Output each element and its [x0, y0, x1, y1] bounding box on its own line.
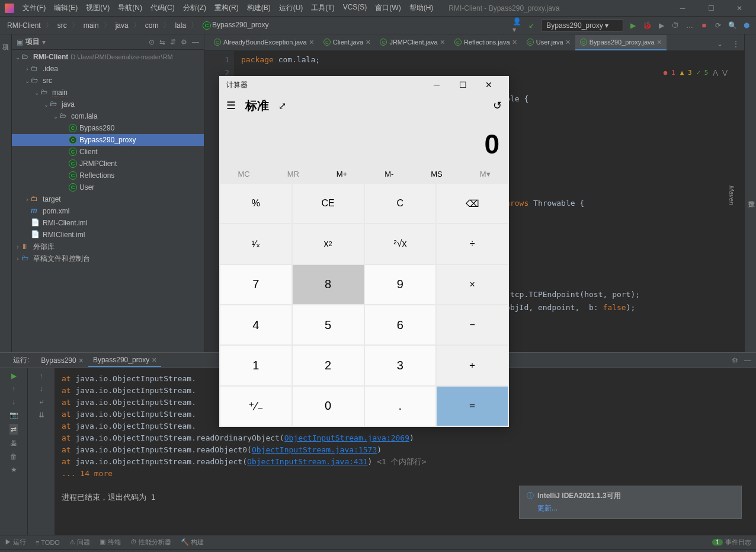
stop-icon[interactable]: ■: [699, 21, 709, 30]
run-settings-icon[interactable]: ⚙: [732, 356, 738, 365]
run-hide-icon[interactable]: —: [744, 356, 751, 365]
calc-key-÷[interactable]: ÷: [437, 224, 508, 263]
calc-key-×[interactable]: ×: [437, 265, 508, 304]
stack-up-icon[interactable]: ↑: [40, 372, 43, 380]
search-icon[interactable]: 🔍: [728, 21, 737, 30]
calc-key-＝[interactable]: ＝: [437, 387, 508, 426]
menu-item[interactable]: 构建(B): [244, 2, 274, 14]
tree-row[interactable]: ⌄🗁com.lala: [12, 110, 204, 122]
calc-key-−[interactable]: −: [437, 305, 508, 344]
menu-item[interactable]: 重构(R): [211, 2, 242, 14]
calc-key-%[interactable]: %: [220, 184, 291, 223]
profile-icon[interactable]: ⏱: [671, 21, 680, 30]
left-tool-stripe[interactable]: 项目: [0, 34, 12, 352]
calc-titlebar[interactable]: 计算器 ─ ☐ ✕: [219, 76, 509, 94]
debug-icon[interactable]: 🐞: [642, 21, 652, 30]
tree-row[interactable]: mpom.xml: [12, 205, 204, 217]
run-tab-bypass290[interactable]: Bypass290 ×: [36, 355, 88, 366]
update-link[interactable]: 更新...: [537, 504, 558, 512]
calc-key-7[interactable]: 7: [220, 265, 291, 304]
tree-row[interactable]: ›🗁草稿文件和控制台: [12, 253, 204, 264]
menu-item[interactable]: 运行(U): [276, 2, 307, 14]
select-opened-icon[interactable]: ⊙: [149, 38, 155, 46]
calc-mem-button[interactable]: MS: [431, 170, 443, 178]
calc-key-2[interactable]: 2: [293, 346, 364, 385]
tree-row[interactable]: CBypass290_proxy: [12, 134, 204, 146]
menu-item[interactable]: 工具(T): [307, 2, 338, 14]
breadcrumb-item[interactable]: CBypass290_proxy: [200, 20, 271, 31]
calc-key-C[interactable]: C: [365, 184, 436, 223]
calc-mem-button[interactable]: M+: [337, 170, 347, 178]
calc-key-CE[interactable]: CE: [293, 184, 364, 223]
editor-inspections[interactable]: ● 1 ▲ 3 ✓ 5 ⋀ ⋁: [664, 69, 728, 76]
right-tool-stripe[interactable]: 数据库 Maven: [744, 34, 756, 352]
calc-key-.[interactable]: .: [365, 387, 436, 426]
calc-key-x²[interactable]: x2: [293, 224, 364, 263]
calc-key-3[interactable]: 3: [365, 346, 436, 385]
maximize-button[interactable]: ☐: [699, 0, 723, 17]
collapse-all-icon[interactable]: ⇵: [170, 38, 176, 46]
breadcrumb-item[interactable]: com: [143, 20, 161, 31]
calc-key-4[interactable]: 4: [220, 305, 291, 344]
hide-icon[interactable]: —: [192, 38, 199, 46]
build-tool-button[interactable]: 🔨 构建: [181, 538, 204, 547]
run-tool-button[interactable]: ▶ 运行: [5, 538, 26, 547]
user-icon[interactable]: 👤▾: [512, 21, 522, 30]
favorite-icon[interactable]: ★: [11, 465, 17, 474]
run-icon[interactable]: ▶: [628, 21, 638, 30]
minimize-button[interactable]: ─: [671, 0, 694, 17]
calc-key-⌫[interactable]: ⌫: [437, 184, 508, 223]
breadcrumb-item[interactable]: lala: [172, 20, 188, 31]
event-log-button[interactable]: 1事件日志: [712, 538, 751, 547]
calc-mem-button[interactable]: M-: [385, 170, 393, 178]
profiler-tool-button[interactable]: ⏱ 性能分析器: [130, 538, 171, 547]
menu-item[interactable]: 帮助(H): [406, 2, 437, 14]
breadcrumb-item[interactable]: java: [113, 20, 131, 31]
calc-key-0[interactable]: 0: [293, 387, 364, 426]
calc-key-6[interactable]: 6: [365, 305, 436, 344]
calc-menu-icon[interactable]: ☰: [226, 99, 236, 112]
calc-key-＋[interactable]: ＋: [437, 346, 508, 385]
calc-key-⁺⁄₋[interactable]: ⁺⁄₋: [220, 387, 291, 426]
attach-icon[interactable]: …: [685, 21, 694, 30]
calc-maximize-button[interactable]: ☐: [450, 76, 476, 94]
tree-row[interactable]: 📄RMIClient.iml: [12, 229, 204, 241]
calc-history-icon[interactable]: ↺: [493, 99, 502, 112]
menu-item[interactable]: 视图(V): [82, 2, 113, 14]
calc-key-9[interactable]: 9: [365, 265, 436, 304]
tree-row[interactable]: ⌄🗁main: [12, 87, 204, 98]
tree-row[interactable]: ⌄🗁RMI-ClientD:\Java\RMIDeserialize-maste…: [12, 51, 204, 63]
calc-key-8[interactable]: 8: [293, 265, 364, 304]
calc-minimize-button[interactable]: ─: [424, 76, 450, 94]
wrap-icon[interactable]: ⤶: [39, 398, 44, 406]
calc-key-¹⁄ₓ[interactable]: ¹⁄ₓ: [220, 224, 291, 263]
close-icon[interactable]: ×: [512, 37, 517, 47]
calc-key-²√x[interactable]: ²√x: [365, 224, 436, 263]
coverage-icon[interactable]: ▶: [656, 21, 666, 30]
run-tab-bypass290-proxy[interactable]: Bypass290_proxy ×: [88, 354, 162, 367]
camera-icon[interactable]: 📷: [9, 411, 18, 419]
editor-tab[interactable]: C AlreadyBoundException.java×: [209, 35, 319, 50]
tree-row[interactable]: CBypass290: [12, 122, 204, 134]
tree-row[interactable]: CReflections: [12, 170, 204, 181]
stack-down-icon[interactable]: ↓: [40, 385, 43, 393]
editor-tab[interactable]: C Client.java×: [319, 35, 376, 50]
run-config-selector[interactable]: Bypass290_proxy ▾: [541, 20, 623, 31]
menu-item[interactable]: VCS(S): [339, 2, 371, 14]
tree-row[interactable]: ›🗀target: [12, 193, 204, 205]
calc-key-5[interactable]: 5: [293, 305, 364, 344]
tab-more-icon[interactable]: ⋮: [728, 37, 744, 50]
breadcrumb-item[interactable]: RMI-Client: [5, 20, 43, 31]
expand-all-icon[interactable]: ⇆: [159, 38, 165, 46]
calc-pin-icon[interactable]: ⤢: [278, 100, 286, 111]
ide-settings-icon[interactable]: ⬢: [742, 21, 751, 30]
tree-row[interactable]: CJRMPClient: [12, 158, 204, 170]
tab-dropdown-icon[interactable]: ⌄: [712, 37, 728, 50]
tree-row[interactable]: CClient: [12, 146, 204, 158]
terminal-tool-button[interactable]: ▣ 终端: [100, 538, 121, 547]
todo-tool-button[interactable]: ≡ TODO: [36, 539, 60, 546]
editor-tab[interactable]: C User.java×: [522, 35, 575, 50]
close-button[interactable]: ✕: [728, 0, 751, 17]
delete-icon[interactable]: 🗑: [10, 452, 17, 461]
calc-close-button[interactable]: ✕: [476, 76, 502, 94]
